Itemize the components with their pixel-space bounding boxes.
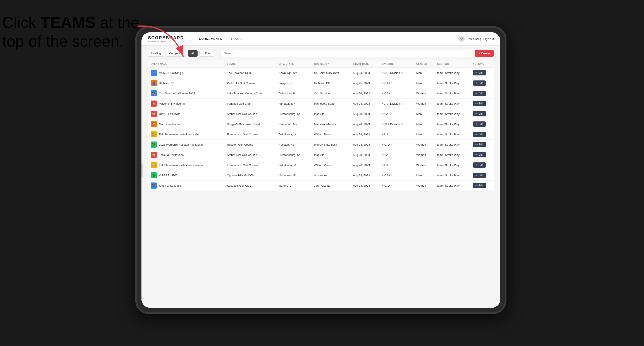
cell-event-name: 🌲 VU PREVIEW [148, 170, 224, 180]
cell-venue: Lake Bracken Country Club [224, 88, 276, 99]
table-row: 🌲 VU PREVIEW Cypress Hills Golf Club Vin… [148, 170, 494, 180]
cell-start-date: Aug 28, 2023 [350, 129, 379, 140]
cell-hosted-by: Mt. Saint Mary (NY) [311, 68, 350, 78]
advanced-filter-btn[interactable]: ≡ Filter [199, 50, 214, 57]
instruction-text: Click TEAMS at thetop of the screen. [2, 13, 139, 51]
cell-hosted-by: Pikeville [311, 150, 350, 160]
nav-tab-tournaments[interactable]: TOURNAMENTS [192, 32, 226, 45]
edit-button[interactable]: ✏ Edit [473, 70, 486, 75]
table-row: 🦁 Morris Invitational Ruttger's Bay Lake… [148, 119, 494, 129]
cell-actions: ✏ Edit [470, 99, 494, 109]
cell-actions: ✏ Edit [470, 150, 494, 160]
app-logo: SCOREBOARD [148, 35, 184, 40]
edit-button[interactable]: ✏ Edit [473, 80, 486, 86]
nav-tab-teams[interactable]: TEAMS [226, 32, 246, 45]
tournaments-table: EVENT NAME VENUE CITY, STATE HOSTED BY S… [148, 60, 494, 191]
cell-event-name: 🦅 Carl Sandburg Women FA23 [148, 88, 224, 99]
edit-icon: ✏ [476, 164, 478, 167]
table-row: 🦅 Carl Sandburg Women FA23 Lake Bracken … [148, 88, 494, 99]
app-header: SCOREBOARD Powered by clippit TOURNAMENT… [142, 32, 500, 46]
cell-city-state: Newburgh, NY [276, 68, 312, 78]
col-scoring: SCORING [434, 60, 470, 68]
cell-city-state: Oskaloosa, IA [276, 160, 312, 170]
hosting-filter-btn[interactable]: Hosting [148, 50, 164, 57]
settings-icon[interactable]: ⚙ [458, 36, 464, 42]
event-name-text: Highland 36 [159, 82, 174, 85]
edit-icon: ✏ [476, 102, 478, 105]
cell-actions: ✏ Edit [470, 78, 494, 88]
nav-tabs: TOURNAMENTS TEAMS [192, 32, 458, 45]
edit-icon: ✏ [476, 133, 478, 136]
side-handle [142, 164, 143, 176]
event-icon: 🐎 [151, 152, 157, 158]
edit-button[interactable]: ✏ Edit [473, 101, 486, 106]
event-icon: 🐎 [151, 101, 157, 107]
cell-gender: Women [414, 140, 435, 150]
table-row: 🐎 Maverick Invitational Faribault Golf C… [148, 99, 494, 109]
event-icon: 🐎 [151, 162, 157, 168]
event-name-text: upike fall invitational [159, 153, 184, 157]
event-name-text: Morris Invitational [159, 123, 181, 126]
edit-button[interactable]: ✏ Edit [473, 142, 486, 147]
cell-division: NCAA Division III [379, 119, 414, 129]
event-name-text: Fall Statesmen Invitational - Men [159, 133, 200, 136]
cell-division: NICAA I [379, 180, 414, 191]
cell-gender: Women [414, 160, 435, 170]
col-actions: ACTIONS [470, 60, 494, 68]
logo-area: SCOREBOARD Powered by clippit [148, 35, 184, 42]
event-icon: 👤 [151, 80, 157, 86]
cell-venue: Ruttger's Bay Lake Resort [224, 119, 276, 129]
cell-scoring: team, Stroke Play [434, 99, 470, 109]
table-row: 🦅 2023 Women's Hesston Fall Kickoff Hess… [148, 140, 494, 150]
cell-start-date: Aug 28, 2023 [350, 119, 379, 129]
cell-start-date: Aug 24, 2023 [350, 68, 379, 78]
cell-hosted-by: Minnesota State [311, 99, 350, 109]
event-name-text: Carl Sandburg Women FA23 [159, 92, 195, 95]
cell-city-state: Freeport, IL [276, 78, 312, 88]
cell-venue: Hesston Golf Course [224, 140, 276, 150]
create-button[interactable]: + Create [474, 50, 494, 57]
toolbar: Hosting Competing All ≡ Filter + Create [148, 50, 494, 57]
edit-icon: ✏ [476, 82, 478, 85]
cell-start-date: Aug 28, 2023 [350, 180, 379, 191]
event-name-text: VU PREVIEW [159, 174, 177, 177]
search-input[interactable] [221, 50, 473, 57]
cell-division: NAIA [379, 150, 414, 160]
table-row: 🐎 Fall Statesmen Invitational - Women Ed… [148, 160, 494, 170]
edit-button[interactable]: ✏ Edit [473, 121, 486, 127]
search-box [221, 50, 473, 57]
cell-city-state: Deerwood, MN [276, 119, 312, 129]
event-icon: 🐎 [151, 111, 157, 117]
signout-link[interactable]: Sign out [483, 37, 494, 40]
edit-button[interactable]: ✏ Edit [473, 111, 486, 116]
cell-division: NAIA [379, 160, 414, 170]
cell-event-name: 🐎 upike fall invitational [148, 150, 224, 160]
competing-filter-btn[interactable]: Competing [166, 50, 186, 57]
table-row: 🐎 UPIKE Fall Invite StoneCrest Golf Cour… [148, 109, 494, 119]
edit-button[interactable]: ✏ Edit [473, 132, 486, 137]
cell-city-state: Oskaloosa, IA [276, 129, 312, 140]
cell-scoring: team, Stroke Play [434, 88, 470, 99]
cell-actions: ✏ Edit [470, 170, 494, 180]
cell-venue: Cypress Hills Golf Club [224, 170, 276, 180]
cell-scoring: team, Stroke Play [434, 119, 470, 129]
table-row: 🐎 Fall Statesmen Invitational - Men Edmu… [148, 129, 494, 140]
all-filter-btn[interactable]: All [188, 50, 198, 57]
edit-icon: ✏ [476, 112, 478, 115]
edit-button[interactable]: ✏ Edit [473, 91, 486, 96]
cell-scoring: team, Stroke Play [434, 109, 470, 119]
edit-button[interactable]: ✏ Edit [473, 183, 486, 188]
edit-button[interactable]: ✏ Edit [473, 152, 486, 158]
cell-scoring: team, Stroke Play [434, 150, 470, 160]
edit-icon: ✏ [476, 123, 478, 126]
col-start-date: START DATE [350, 60, 379, 68]
event-icon: 🦅 [151, 182, 157, 188]
edit-button[interactable]: ✏ Edit [473, 173, 486, 178]
edit-button[interactable]: ✏ Edit [473, 163, 486, 168]
cell-hosted-by: Vincennes [311, 170, 350, 180]
cell-event-name: 🐎 Fall Statesmen Invitational - Men [148, 129, 224, 140]
cell-hosted-by: Pikeville [311, 109, 350, 119]
cell-hosted-by: William Penn [311, 129, 350, 140]
cell-start-date: Aug 28, 2023 [350, 140, 379, 150]
edit-icon: ✏ [476, 174, 478, 177]
